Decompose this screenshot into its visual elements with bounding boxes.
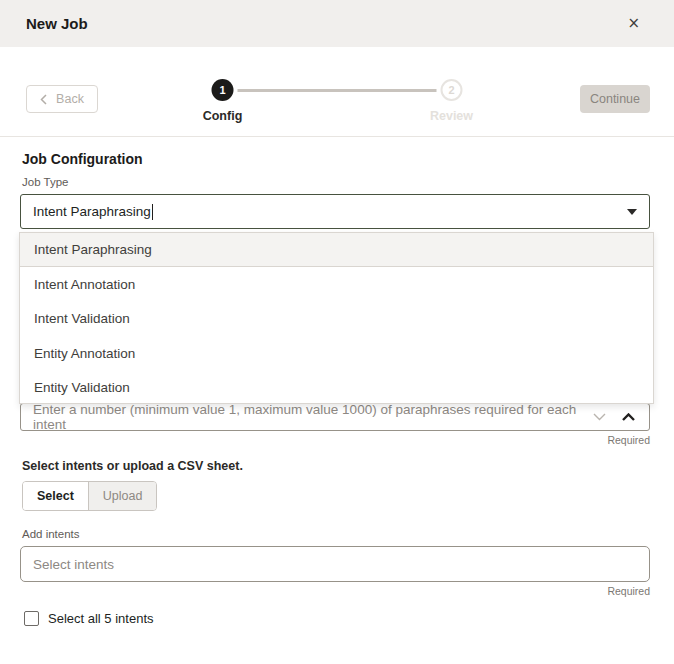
add-intents-required: Required	[20, 585, 650, 597]
close-icon[interactable]: ×	[623, 12, 644, 35]
intent-source-label: Select intents or upload a CSV sheet.	[22, 459, 650, 473]
upload-tab-button[interactable]: Upload	[89, 482, 157, 510]
dropdown-arrow-icon[interactable]	[627, 209, 637, 215]
step-review-label: Review	[430, 109, 473, 123]
text-cursor	[152, 204, 153, 220]
chevron-left-icon	[40, 94, 47, 105]
intent-source-toggle: Select Upload	[22, 481, 157, 511]
dialog-title: New Job	[26, 15, 88, 32]
select-tab-button[interactable]: Select	[23, 482, 89, 510]
step-train: 1 Config 2 Review	[212, 79, 463, 101]
chevron-down-icon[interactable]	[593, 413, 606, 421]
dropdown-option-intent-paraphrasing[interactable]: Intent Paraphrasing	[20, 233, 653, 267]
step-config-label: Config	[203, 109, 243, 123]
dropdown-option-entity-annotation[interactable]: Entity Annotation	[20, 336, 653, 370]
continue-button[interactable]: Continue	[580, 85, 650, 113]
step-review: 2 Review	[441, 79, 463, 101]
back-button-label: Back	[56, 92, 84, 106]
paraphrase-count-field[interactable]: Enter a number (minimum value 1, maximum…	[20, 403, 650, 431]
step-config-number: 1	[212, 79, 234, 101]
paraphrase-count-placeholder: Enter a number (minimum value 1, maximum…	[33, 402, 593, 432]
stepper: Back 1 Config 2 Review Continue	[0, 47, 674, 137]
step-review-number: 2	[441, 79, 463, 101]
job-type-dropdown: Intent Paraphrasing Intent Annotation In…	[19, 232, 654, 404]
job-type-value: Intent Paraphrasing	[33, 204, 151, 219]
form-heading: Job Configuration	[22, 151, 650, 167]
step-config[interactable]: 1 Config	[212, 79, 234, 101]
dialog-header: New Job ×	[0, 0, 674, 47]
chevron-up-icon[interactable]	[622, 413, 635, 421]
dropdown-option-intent-annotation[interactable]: Intent Annotation	[20, 267, 653, 301]
back-button[interactable]: Back	[26, 85, 98, 113]
select-all-row: Select all 5 intents	[24, 611, 650, 626]
dropdown-option-intent-validation[interactable]: Intent Validation	[20, 302, 653, 336]
job-configuration-form: Job Configuration Job Type Intent Paraph…	[0, 137, 674, 626]
paraphrase-count-required: Required	[20, 434, 650, 446]
select-all-checkbox[interactable]	[24, 611, 39, 626]
job-type-label: Job Type	[22, 176, 650, 188]
job-type-combobox[interactable]: Intent Paraphrasing	[20, 194, 650, 229]
select-all-label: Select all 5 intents	[48, 611, 154, 626]
step-connector-line	[238, 89, 437, 92]
add-intents-label: Add intents	[22, 528, 650, 540]
add-intents-input[interactable]	[20, 546, 650, 582]
dropdown-option-entity-validation[interactable]: Entity Validation	[20, 371, 653, 404]
